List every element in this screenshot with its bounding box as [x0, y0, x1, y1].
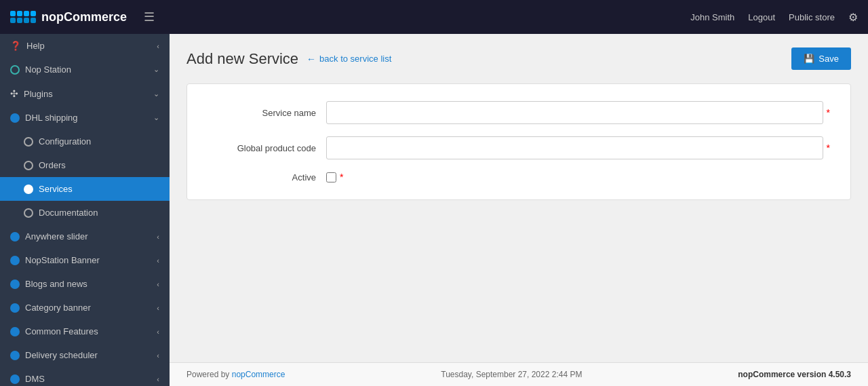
save-icon: 💾	[804, 54, 814, 64]
sidebar-item-anywhere-slider[interactable]: Anywhere slider ‹	[0, 225, 170, 248]
sidebar-toggle-button[interactable]: ☰	[140, 6, 158, 28]
dot-3	[24, 11, 29, 16]
dot-8	[31, 18, 36, 23]
dhl-icon	[10, 113, 20, 123]
navbar-right-section: John Smith Logout Public store ⚙	[690, 11, 858, 24]
dot-5	[10, 18, 16, 23]
dot-7	[24, 18, 29, 23]
documentation-icon	[24, 208, 33, 218]
sidebar-item-documentation[interactable]: Documentation	[0, 201, 170, 225]
active-input-wrap: *	[326, 172, 830, 182]
form-card: Service name * Global product code * Act…	[186, 83, 851, 200]
chevron-right-icon: ‹	[157, 256, 159, 265]
global-product-code-required-star: *	[827, 142, 830, 153]
main-layout: ❓ Help ‹ Nop Station ⌄ ✣ Plugins ⌄ DHL s…	[0, 34, 868, 386]
service-name-input-wrap: *	[326, 101, 830, 124]
username-label: John Smith	[690, 12, 734, 22]
chevron-right-icon: ‹	[157, 351, 159, 360]
save-button-label: Save	[818, 54, 839, 64]
sidebar: ❓ Help ‹ Nop Station ⌄ ✣ Plugins ⌄ DHL s…	[0, 34, 170, 386]
dot-1	[10, 11, 16, 16]
footer: Powered by nopCommerce Tuesday, Septembe…	[170, 362, 868, 386]
sidebar-item-blogs-and-news[interactable]: Blogs and news ‹	[0, 272, 170, 296]
puzzle-icon: ✣	[10, 88, 18, 99]
dot-4	[31, 11, 36, 16]
active-label: Active	[208, 172, 316, 182]
footer-datetime: Tuesday, September 27, 2022 2:44 PM	[441, 370, 582, 379]
sidebar-item-label: Blogs and news	[25, 279, 87, 289]
sidebar-item-label: DHL shipping	[25, 113, 78, 123]
nopstation-banner-icon	[10, 256, 20, 265]
sidebar-item-plugins[interactable]: ✣ Plugins ⌄	[0, 81, 170, 106]
sidebar-item-label: Help	[26, 41, 45, 51]
global-product-code-input[interactable]	[326, 136, 823, 159]
sidebar-item-delivery-scheduler[interactable]: Delivery scheduler ‹	[0, 343, 170, 367]
chevron-down-icon: ⌄	[153, 65, 159, 74]
sidebar-item-label: Orders	[39, 160, 66, 170]
orders-icon	[24, 161, 33, 170]
service-name-label: Service name	[208, 108, 316, 118]
footer-powered-by: Powered by nopCommerce	[186, 370, 285, 379]
config-icon	[24, 137, 33, 147]
back-arrow-icon: ←	[307, 54, 316, 64]
logout-link[interactable]: Logout	[748, 12, 775, 22]
anywhere-slider-icon	[10, 232, 20, 242]
dot-2	[17, 11, 22, 16]
page-title: Add new Service	[186, 50, 298, 68]
chevron-right-icon: ‹	[157, 233, 159, 241]
blogs-news-icon	[10, 279, 20, 289]
sidebar-item-label: Documentation	[39, 208, 98, 218]
global-product-code-label: Global product code	[208, 143, 316, 153]
question-circle-icon: ❓	[10, 41, 21, 51]
sidebar-item-label: Anywhere slider	[25, 231, 88, 242]
footer-brand-link[interactable]: nopCommerce	[232, 370, 285, 379]
sidebar-item-nop-station[interactable]: Nop Station ⌄	[0, 58, 170, 81]
service-name-input[interactable]	[326, 101, 823, 124]
save-button[interactable]: 💾 Save	[791, 47, 851, 70]
global-product-code-input-wrap: *	[326, 136, 830, 159]
sidebar-item-common-features[interactable]: Common Features ‹	[0, 320, 170, 343]
dms-icon	[10, 374, 20, 384]
active-row: Active *	[208, 172, 830, 182]
sidebar-item-services[interactable]: Services	[0, 177, 170, 201]
sidebar-item-category-banner[interactable]: Category banner ‹	[0, 296, 170, 320]
public-store-link[interactable]: Public store	[789, 12, 835, 22]
sidebar-item-dms[interactable]: DMS ‹	[0, 367, 170, 386]
content-inner: Add new Service ← back to service list 💾…	[170, 34, 868, 362]
sidebar-item-configuration[interactable]: Configuration	[0, 130, 170, 153]
sidebar-item-label: DMS	[25, 374, 45, 384]
page-title-area: Add new Service ← back to service list	[186, 50, 391, 68]
services-icon	[24, 185, 33, 194]
dot-6	[17, 18, 22, 23]
sidebar-item-label: Common Features	[25, 326, 98, 336]
chevron-down-icon: ⌄	[153, 90, 159, 98]
delivery-scheduler-icon	[10, 351, 20, 360]
common-features-icon	[10, 327, 20, 336]
brand-name: nopCommerce	[41, 10, 127, 24]
active-checkbox[interactable]	[326, 172, 336, 182]
category-banner-icon	[10, 303, 20, 313]
global-product-code-row: Global product code *	[208, 136, 830, 159]
hamburger-icon: ☰	[144, 10, 155, 24]
chevron-right-icon: ‹	[157, 42, 159, 50]
sidebar-item-dhl-shipping[interactable]: DHL shipping ⌄	[0, 106, 170, 130]
service-name-required-star: *	[827, 107, 830, 118]
top-navbar: nopCommerce ☰ John Smith Logout Public s…	[0, 0, 868, 34]
active-required-star: *	[340, 172, 343, 182]
back-to-service-list-link[interactable]: ← back to service list	[307, 54, 391, 64]
service-name-row: Service name *	[208, 101, 830, 124]
back-link-text: back to service list	[319, 54, 391, 64]
sidebar-item-label: Nop Station	[25, 64, 71, 75]
chevron-right-icon: ‹	[157, 280, 159, 288]
sidebar-item-help[interactable]: ❓ Help ‹	[0, 34, 170, 58]
sidebar-item-label: Configuration	[39, 136, 91, 147]
sidebar-item-nopstation-banner[interactable]: NopStation Banner ‹	[0, 248, 170, 272]
page-header: Add new Service ← back to service list 💾…	[186, 47, 851, 70]
sidebar-item-label: NopStation Banner	[25, 255, 100, 265]
sidebar-item-label: Delivery scheduler	[25, 350, 98, 360]
settings-icon[interactable]: ⚙	[848, 11, 858, 24]
footer-version: nopCommerce version 4.50.3	[738, 370, 851, 379]
sidebar-item-label: Plugins	[24, 89, 53, 99]
sidebar-item-orders[interactable]: Orders	[0, 153, 170, 177]
brand-logo: nopCommerce	[10, 10, 127, 24]
